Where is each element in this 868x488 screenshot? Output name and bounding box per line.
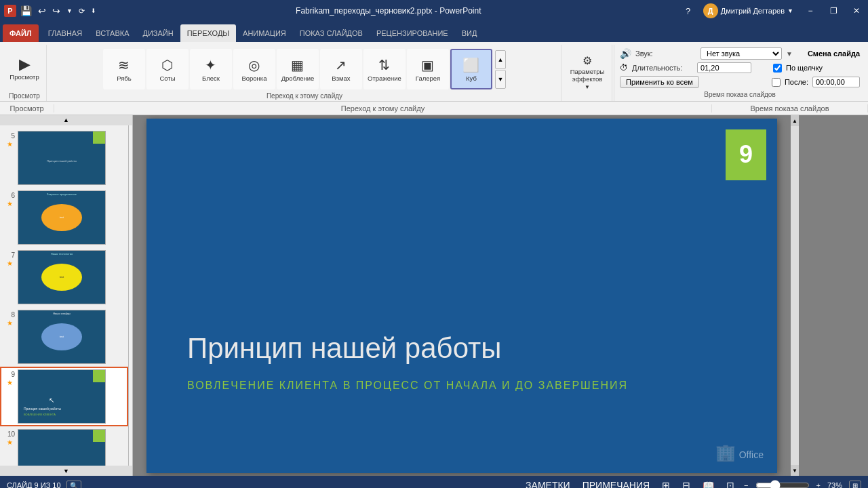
scroll-down-btn[interactable]: ▼: [791, 465, 799, 476]
tab-slideshow[interactable]: ПОКАЗ СЛАЙДОВ: [293, 24, 370, 42]
scroll-up-btn[interactable]: ▲: [791, 115, 799, 126]
user-info: Д Дмитрий Дегтарев ▼: [698, 3, 799, 18]
effects-dropdown-icon: ▼: [585, 84, 590, 90]
customize-button[interactable]: ⬇: [89, 6, 98, 16]
slide-thumb-5[interactable]: 5 ★ Принцип нашей работы: [0, 128, 128, 188]
slide-image-8: Наши слайды text: [18, 310, 106, 364]
tab-transitions[interactable]: ПЕРЕХОДЫ: [180, 24, 236, 42]
slide-num-7: 7: [4, 250, 15, 259]
vortex-label: Воронка: [241, 75, 267, 82]
ribbon-group-transitions: ≋ Рябь ⬡ Соты ✦ Блеск ◎ Воронка: [48, 45, 561, 101]
transition-honeycomb[interactable]: ⬡ Соты: [146, 49, 189, 89]
slide-star-9: ★: [7, 379, 13, 386]
slide-star-7: ★: [7, 260, 13, 267]
tab-file[interactable]: ФАЙЛ: [3, 24, 39, 42]
sound-select[interactable]: Нет звука: [701, 47, 782, 60]
slide-canvas: 9 Принцип нашей работы ВОВЛЕЧЕНИЕ КЛИЕНТ…: [146, 119, 777, 473]
transition-shred[interactable]: ▦ Дробление: [277, 49, 319, 89]
transition-switch[interactable]: ↗ Взмах: [320, 49, 362, 89]
repeat-button[interactable]: ⟳: [77, 5, 87, 17]
restore-button[interactable]: ❐: [822, 1, 845, 20]
window-title: Fabrikam_переходы_черновик2.pptx - Power…: [98, 6, 679, 16]
slide-thumb-7[interactable]: 7 ★ Наша технология text: [0, 247, 128, 307]
transition-reflect[interactable]: ⇅ Отражение: [363, 49, 406, 89]
trans-scroll-up[interactable]: ▲: [495, 50, 506, 69]
zoom-plus[interactable]: +: [816, 481, 821, 488]
tab-home[interactable]: ГЛАВНАЯ: [41, 24, 89, 42]
ribbon: ▶ Просмотр Просмотр ≋ Рябь ⬡ Соты: [0, 42, 868, 102]
slide-star-6: ★: [7, 200, 13, 207]
slide-num-8: 8: [4, 310, 15, 319]
after-input[interactable]: [812, 77, 860, 87]
effects-button[interactable]: ⚙ Параметры эффектов ▼: [567, 54, 608, 93]
tab-review[interactable]: РЕЦЕНЗИРОВАНИЕ: [370, 24, 455, 42]
slide-sorter-button[interactable]: ⊟: [679, 479, 693, 488]
rab-label: Рябь: [117, 75, 132, 82]
after-checkbox[interactable]: [772, 78, 781, 87]
right-scrollbar[interactable]: ▲ ▼: [791, 115, 799, 476]
user-name: Дмитрий Дегтарев: [721, 7, 785, 15]
transition-rab[interactable]: ≋ Рябь: [103, 49, 145, 89]
slide-panel-scroll-down[interactable]: ▼: [0, 466, 132, 476]
tab-view[interactable]: ВИД: [455, 24, 484, 42]
cube-icon: ⬜: [462, 57, 479, 73]
shred-icon: ▦: [291, 57, 304, 73]
slide-image-7: Наша технология text: [18, 250, 106, 304]
slide-panel-scroll-up[interactable]: ▲: [0, 115, 132, 125]
slide-thumb-8[interactable]: 8 ★ Наши слайды text: [0, 307, 128, 367]
clock-icon: ⏱: [620, 63, 628, 73]
on-click-checkbox[interactable]: [773, 64, 782, 73]
zoom-level: 73%: [827, 481, 842, 488]
gallery-icon: ▣: [421, 57, 434, 73]
ribbon-group-preview: ▶ Просмотр Просмотр: [3, 45, 47, 101]
main-area: ▲ 5 ★ Принцип нашей работы: [0, 115, 868, 476]
zoom-minus[interactable]: −: [744, 481, 748, 488]
tab-animation[interactable]: АНИМАЦИЯ: [236, 24, 293, 42]
sound-row: 🔊 Звук: Нет звука ▼ Смена слайда: [620, 47, 860, 60]
redo-button[interactable]: ↪: [50, 4, 62, 18]
after-label: После:: [785, 78, 808, 86]
on-click-label: По щелчку: [786, 64, 823, 72]
normal-view-button[interactable]: ⊞: [659, 479, 673, 488]
slide-panel: 5 ★ Принцип нашей работы: [0, 125, 129, 466]
slide-title: Принцип нашей работы: [187, 332, 502, 365]
slide-thumb-10[interactable]: 10 ★: [0, 426, 128, 466]
transition-cube[interactable]: ⬜ Куб: [450, 49, 492, 89]
switch-label: Взмах: [332, 75, 350, 82]
save-button[interactable]: 💾: [18, 4, 34, 18]
canvas-area: 9 Принцип нашей работы ВОВЛЕЧЕНИЕ КЛИЕНТ…: [133, 115, 791, 476]
fit-slide-button[interactable]: ⊞: [849, 481, 861, 489]
slide-thumb-6[interactable]: 6 ★ Закрытое предложение text: [0, 188, 128, 247]
comments-button[interactable]: ПРИМЕЧАНИЯ: [580, 479, 652, 488]
slide-thumb-9[interactable]: 9 ★ Принцип нашей работы ВОВЛЕЧЕНИЕ КЛИЕ…: [0, 367, 128, 426]
tab-insert[interactable]: ВСТАВКА: [89, 24, 136, 42]
slide-subtitle: ВОВЛЕЧЕНИЕ КЛИЕНТА В ПРОЦЕСС ОТ НАЧАЛА И…: [187, 380, 628, 392]
notes-button[interactable]: ЗАМЕТКИ: [523, 479, 573, 488]
reading-view-button[interactable]: 📖: [700, 479, 717, 488]
cube-label: Куб: [466, 75, 477, 82]
slide-image-9: Принцип нашей работы ВОВЛЕЧЕНИЕ КЛИЕНТА …: [18, 369, 106, 424]
qat-more-button[interactable]: ▼: [64, 6, 75, 16]
honeycomb-label: Соты: [159, 75, 175, 82]
slideshow-button[interactable]: ⊡: [724, 479, 737, 488]
duration-input[interactable]: [697, 62, 751, 73]
minimize-button[interactable]: −: [799, 1, 822, 20]
transition-gallery[interactable]: ▣ Галерея: [407, 49, 449, 89]
reflect-icon: ⇅: [378, 57, 390, 73]
preview-button[interactable]: ▶ Просмотр: [7, 49, 42, 89]
tab-design[interactable]: ДИЗАЙН: [136, 24, 180, 42]
help-button[interactable]: ?: [679, 1, 698, 20]
apply-all-row: Применить ко всем После:: [620, 76, 860, 88]
sound-dropdown-icon: ▼: [786, 50, 793, 58]
slide-star-8: ★: [7, 319, 13, 327]
gallery-label: Галерея: [416, 75, 440, 82]
transition-vortex[interactable]: ◎ Воронка: [233, 49, 275, 89]
trans-scroll-down[interactable]: ▼: [495, 70, 506, 89]
accessibility-button[interactable]: 🔍: [66, 481, 81, 489]
user-dropdown-icon: ▼: [787, 7, 793, 14]
zoom-slider[interactable]: [755, 480, 810, 488]
transition-glitter[interactable]: ✦ Блеск: [190, 49, 232, 89]
apply-all-button[interactable]: Применить ко всем: [620, 76, 699, 88]
close-button[interactable]: ✕: [845, 1, 868, 20]
undo-button[interactable]: ↩: [36, 4, 48, 18]
